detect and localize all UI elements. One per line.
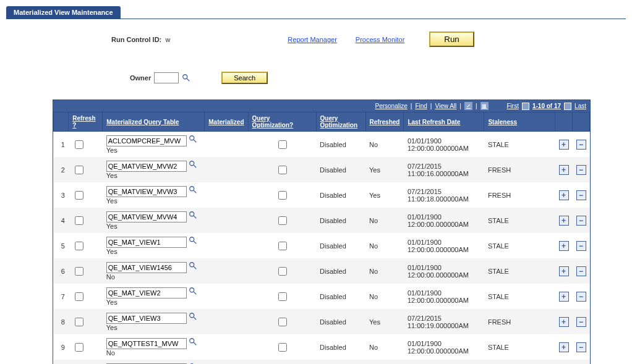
delete-row-button[interactable]: − (576, 317, 586, 327)
mqt-input[interactable] (106, 313, 187, 324)
mqt-lookup-icon[interactable] (189, 211, 197, 219)
delete-row-button[interactable]: − (576, 165, 586, 175)
zoom-icon[interactable]: ⤢ (464, 102, 472, 110)
add-row-button[interactable]: + (559, 165, 569, 175)
qopt-checkbox[interactable] (278, 242, 287, 250)
mqt-input[interactable] (106, 287, 187, 298)
personalize-link[interactable]: Personalize (375, 103, 408, 109)
mqt-lookup-icon[interactable] (189, 236, 197, 245)
delete-row-button[interactable]: − (576, 190, 586, 200)
refresh-checkbox[interactable] (75, 343, 83, 352)
svg-line-19 (194, 342, 196, 345)
report-manager-link[interactable]: Report Manager (288, 36, 337, 43)
col-staleness[interactable]: Staleness (484, 112, 555, 132)
delete-row-button[interactable]: − (576, 266, 586, 276)
qopt-value: Disabled (316, 284, 365, 309)
mqt-input[interactable] (106, 135, 187, 146)
qopt-checkbox[interactable] (278, 267, 287, 276)
mqt-lookup-icon[interactable] (189, 287, 197, 295)
add-row-button[interactable]: + (559, 241, 569, 251)
staleness-value: FRESH (484, 309, 555, 334)
delete-row-button[interactable]: − (576, 216, 586, 226)
mqt-input[interactable] (106, 338, 187, 349)
add-row-button[interactable]: + (559, 190, 569, 200)
mqt-lookup-icon[interactable] (189, 160, 197, 169)
col-lastdate[interactable]: Last Refresh Date (404, 112, 484, 132)
refreshed-value: Yes (365, 309, 404, 334)
delete-row-button[interactable]: − (576, 292, 586, 302)
page-tab[interactable]: Materialized View Maintenance (6, 6, 121, 19)
prev-icon[interactable] (522, 103, 529, 110)
qopt-checkbox[interactable] (278, 318, 287, 326)
mqt-input[interactable] (106, 211, 187, 222)
next-icon[interactable] (564, 103, 571, 110)
qopt-checkbox[interactable] (278, 191, 287, 200)
refresh-checkbox[interactable] (75, 292, 83, 301)
col-mqt[interactable]: Materialized Query Table (103, 112, 205, 132)
refresh-checkbox[interactable] (75, 318, 83, 326)
add-row-button[interactable]: + (559, 342, 569, 352)
staleness-value: STALE (484, 208, 555, 233)
first-link[interactable]: First (507, 103, 519, 109)
owner-lookup-icon[interactable] (182, 74, 190, 82)
staleness-value: STALE (484, 132, 555, 158)
add-row-button[interactable]: + (559, 317, 569, 327)
svg-point-18 (190, 339, 194, 343)
add-row-button[interactable]: + (559, 266, 569, 276)
refresh-checkbox[interactable] (75, 140, 83, 149)
refresh-checkbox[interactable] (75, 242, 83, 250)
row-number: 9 (54, 334, 69, 360)
refreshed-value: No (365, 208, 404, 233)
mqt-input[interactable] (106, 161, 187, 172)
table-row: 10 YesDisabledYes07/21/201511:00:22.0000… (54, 360, 590, 364)
col-materialized[interactable]: Materialized (205, 112, 248, 132)
delete-row-button[interactable]: − (576, 241, 586, 251)
refresh-checkbox[interactable] (75, 267, 83, 276)
download-icon[interactable]: ▦ (480, 102, 489, 110)
search-button[interactable]: Search (221, 72, 268, 84)
refresh-checkbox[interactable] (75, 166, 83, 174)
materialized-value: Yes (106, 197, 117, 205)
svg-point-16 (190, 313, 194, 318)
refresh-checkbox[interactable] (75, 191, 83, 200)
qopt-checkbox[interactable] (278, 343, 287, 352)
table-row: 3 YesDisabledYes07/21/201511:00:18.00000… (54, 182, 590, 208)
col-refresh[interactable]: Refresh ? (69, 112, 103, 132)
mqt-lookup-icon[interactable] (189, 261, 197, 270)
view-all-link[interactable]: View All (435, 103, 456, 109)
last-link[interactable]: Last (574, 103, 586, 109)
svg-point-8 (190, 212, 194, 216)
last-refresh-date: 01/01/190012:00:00.000000AM (404, 132, 484, 158)
col-refreshed[interactable]: Refreshed (365, 112, 404, 132)
add-row-button[interactable]: + (559, 140, 569, 150)
qopt-checkbox[interactable] (278, 140, 287, 149)
qopt-checkbox[interactable] (278, 216, 287, 225)
qopt-checkbox[interactable] (278, 166, 287, 174)
run-control-label: Run Control ID: (111, 36, 161, 43)
svg-line-9 (194, 216, 196, 218)
last-refresh-date: 07/21/201511:00:18.000000AM (404, 182, 484, 208)
mqt-input[interactable] (106, 237, 187, 248)
run-button[interactable]: Run (429, 32, 474, 47)
add-row-button[interactable]: + (559, 216, 569, 226)
mqt-lookup-icon[interactable] (189, 312, 197, 321)
svg-line-1 (187, 78, 189, 81)
col-qoptval[interactable]: Query Optimization (316, 112, 365, 132)
process-monitor-link[interactable]: Process Monitor (356, 36, 404, 43)
svg-line-15 (194, 292, 196, 294)
last-refresh-date: 01/01/190012:00:00.000000AM (404, 334, 484, 360)
refresh-checkbox[interactable] (75, 216, 83, 225)
mqt-input[interactable] (106, 186, 187, 197)
qopt-checkbox[interactable] (278, 292, 287, 301)
mqt-lookup-icon[interactable] (189, 337, 197, 346)
delete-row-button[interactable]: − (576, 342, 586, 352)
mqt-lookup-icon[interactable] (189, 135, 197, 143)
materialized-value: Yes (106, 222, 117, 230)
add-row-button[interactable]: + (559, 292, 569, 302)
mqt-lookup-icon[interactable] (189, 185, 197, 194)
find-link[interactable]: Find (415, 103, 427, 109)
mqt-input[interactable] (106, 262, 187, 273)
col-qopt[interactable]: Query Optimization? (248, 112, 316, 132)
owner-input[interactable] (154, 72, 179, 83)
delete-row-button[interactable]: − (576, 140, 586, 150)
